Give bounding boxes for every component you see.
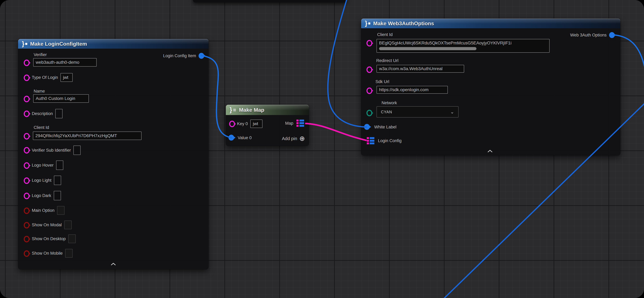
verifier-sub-identifier-pin[interactable] [24,147,30,154]
value0-label: Value 0 [238,136,252,140]
output-pin-label: Web 3Auth Options [570,33,606,38]
sdk-url-value: https://sdk.openlogin.com [379,87,428,92]
output-row-web3auth-options: Web 3Auth Options [570,32,615,38]
login-config-pin[interactable] [367,137,374,144]
node-header[interactable]: } Make Web3AuthOptions [361,18,620,28]
node-header[interactable]: } Make LoginConfigItem [18,39,208,49]
verifier-value: web3auth-auth0-demo [36,60,79,65]
collapse-chevron-icon[interactable] [487,150,493,152]
show-on-mobile-pin[interactable] [24,250,30,257]
make-struct-icon: } [22,40,27,47]
make-struct-icon: } [365,20,370,27]
node-make-map[interactable]: }≡ Make Map Key 0 jwt Map Value 0 Add pi… [226,105,309,146]
add-pin-plus-icon: ⊕ [300,135,305,142]
logo-dark-input[interactable] [54,191,61,200]
type-of-login-label: Type Of Login [32,75,58,80]
client-id-scrollbar[interactable] [379,47,476,50]
client-id-pin[interactable] [24,133,30,140]
show-on-mobile-label: Show On Mobile [32,251,63,256]
redirect-url-label: Redirect Url [376,58,398,63]
redirect-url-input[interactable]: w3a://com.w3a.Web3AuthUnreal [376,65,464,73]
show-on-desktop-pin[interactable] [24,236,30,242]
output-pin-label: Login Config Item [163,54,196,58]
type-of-login-input[interactable]: jwt [60,73,73,82]
make-map-icon: }≡ [230,106,236,113]
login-config-item-output-pin[interactable] [198,53,204,59]
collapse-chevron-icon[interactable] [111,263,116,266]
redirect-url-value: w3a://com.w3a.Web3AuthUnreal [379,66,442,71]
network-selected-value: CYAN [381,110,392,114]
key0-label: Key 0 [237,122,248,126]
logo-hover-label: Logo Hover [32,163,54,168]
output-row-login-config-item: Login Config Item [163,53,204,59]
logo-light-input[interactable] [54,176,61,185]
verifier-pin[interactable] [24,60,30,66]
main-option-pin[interactable] [24,208,30,214]
logo-light-pin[interactable] [24,177,30,184]
name-input[interactable]: Auth0 Custom Login [33,94,89,103]
logo-dark-pin[interactable] [24,193,30,199]
key0-value: jwt [253,121,258,126]
show-on-desktop-checkbox[interactable] [68,234,76,243]
name-label: Name [34,89,45,94]
key0-pin[interactable] [229,121,235,127]
login-config-label: Login Config [378,138,402,143]
map-output-pin[interactable] [296,120,304,127]
type-of-login-pin[interactable] [24,74,30,81]
show-on-modal-pin[interactable] [24,222,30,228]
client-id-value: 294QRkchfq2YaXUbPri7D6PH7xzHgQMT [36,133,117,138]
description-label: Description [32,111,53,116]
description-pin[interactable] [24,110,30,117]
logo-light-label: Logo Light [32,178,52,183]
sdk-url-pin[interactable] [366,88,372,94]
network-pin[interactable] [366,110,372,116]
node-title: Make Web3AuthOptions [373,20,434,26]
client-id-value: BEglQSgt4cUWcj6SKRdu5QkOXTsePmMcusG5EAoy… [379,40,547,46]
main-option-label: Main Option [32,208,54,213]
add-pin-button[interactable]: Add pin ⊕ [282,135,305,142]
network-dropdown[interactable]: CYAN ⌄ [376,106,458,118]
value0-pin[interactable] [228,135,234,140]
client-id-input[interactable]: BEglQSgt4cUWcj6SKRdu5QkOXTsePmMcusG5EAoy… [376,39,550,53]
network-label: Network [382,100,397,105]
sdk-url-input[interactable]: https://sdk.openlogin.com [376,86,448,94]
show-on-modal-label: Show On Modal [32,222,62,228]
map-output-label: Map [285,121,293,126]
blueprint-canvas[interactable]: } Make LoginConfigItem Login Config Item… [0,0,644,298]
key0-input[interactable]: jwt [250,120,262,128]
type-of-login-value: jwt [63,75,68,80]
logo-hover-input[interactable] [56,160,63,170]
sdk-url-label: Sdk Url [376,79,389,84]
node-title: Make Map [239,107,264,113]
name-pin[interactable] [24,96,30,102]
client-id-label: Client Id [377,32,392,37]
node-header[interactable]: }≡ Make Map [226,105,309,115]
logo-dark-label: Logo Dark [32,193,51,198]
verifier-label: Verifier [34,52,47,57]
name-value: Auth0 Custom Login [36,96,75,101]
add-pin-label: Add pin [282,136,297,141]
client-id-pin[interactable] [366,40,372,46]
node-title: Make LoginConfigItem [30,41,87,47]
white-label-label: White Label [374,125,396,130]
verifier-sub-identifier-input[interactable] [74,146,80,155]
white-label-pin[interactable] [364,124,370,130]
verifier-input[interactable]: web3auth-auth0-demo [33,58,97,66]
description-input[interactable] [55,109,62,118]
show-on-modal-checkbox[interactable] [64,220,72,229]
logo-hover-pin[interactable] [24,162,30,169]
main-option-checkbox[interactable] [57,206,64,215]
show-on-desktop-label: Show On Desktop [32,236,66,241]
node-make-web3authoptions[interactable]: } Make Web3AuthOptions Web 3Auth Options… [361,18,620,156]
client-id-label: Client Id [34,125,49,130]
show-on-mobile-checkbox[interactable] [65,249,73,258]
node-make-loginconfigitem[interactable]: } Make LoginConfigItem Login Config Item… [18,39,208,269]
redirect-url-pin[interactable] [366,66,372,73]
offscreen-node-fragment[interactable] [193,0,347,2]
wire-map-to-login-config [305,124,366,140]
verifier-sub-identifier-label: Verifier Sub Identifier [32,148,71,153]
client-id-input[interactable]: 294QRkchfq2YaXUbPri7D6PH7xzHgQMT [33,132,142,140]
web3auth-options-output-pin[interactable] [609,32,615,38]
